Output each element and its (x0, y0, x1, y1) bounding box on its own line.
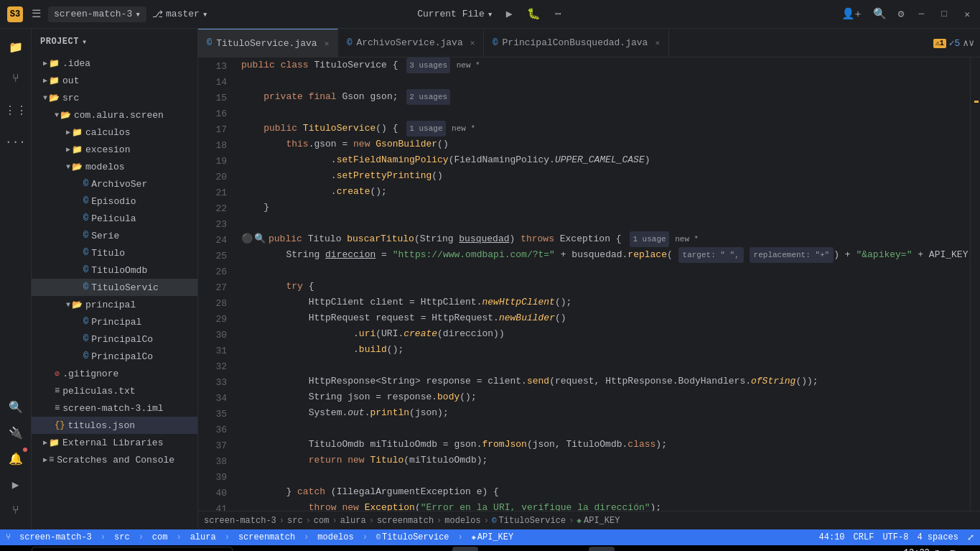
minimize-button[interactable]: ─ (915, 7, 929, 21)
sidebar-item-gitignore[interactable]: ⊘ .gitignore (32, 365, 197, 382)
tab-class-icon: © (207, 38, 212, 48)
breadcrumb-alura[interactable]: alura (340, 516, 366, 526)
sidebar-item-label: excesion (85, 144, 130, 155)
sidebar-item-archivoser[interactable]: © ArchivoSer (32, 175, 197, 193)
taskbar-app2[interactable]: XD (452, 547, 478, 551)
sidebar-item-tituloOmdb[interactable]: © TituloOmdb (32, 261, 197, 279)
code-line-38: return new Titulo(miTituloOmdb); (241, 453, 970, 468)
taskbar-chrome[interactable]: 🌐 (316, 547, 342, 551)
taskbar-app4[interactable]: 💡 (561, 547, 587, 551)
run-button[interactable]: ▶ (505, 6, 514, 22)
nav-down-icon[interactable]: ∨ (969, 37, 974, 49)
sidebar-item-principal[interactable]: ▼ 📂 principal (32, 296, 197, 313)
sidebar-item-pelicula[interactable]: © Pelicula (32, 210, 197, 227)
activity-notifications-icon[interactable]: 🔔 (3, 446, 29, 472)
more-actions-button[interactable]: ⋯ (554, 6, 563, 22)
activity-more-icon[interactable]: ··· (3, 129, 29, 155)
sidebar-item-modelos[interactable]: ▼ 📂 modelos (32, 158, 197, 175)
sidebar-tree[interactable]: ▶ 📁 .idea ▶ 📁 out ▼ 📂 src ▼ 📂 com.alura.… (32, 55, 197, 529)
sidebar-item-excesion[interactable]: ▶ 📁 excesion (32, 141, 197, 158)
main-layout: 📁 ⑂ ⋮⋮ ··· 🔍 🔌 🔔 ▶ ⑂ Project ▾ ▶ 📁 .idea (0, 29, 980, 529)
taskbar-brave[interactable]: 🦁 (343, 547, 369, 551)
sidebar-item-titulo[interactable]: © Titulo (32, 244, 197, 261)
branch-selector[interactable]: ⎇ master ▾ (152, 9, 208, 20)
sidebar-item-label: ArchivoSer (91, 179, 147, 190)
status-expand-icon[interactable]: ⤢ (967, 532, 974, 543)
tabs-bar: © TituloService.java ✕ © ArchivoService.… (198, 29, 980, 57)
taskbar-photoshop[interactable]: Ps (425, 547, 451, 551)
sidebar-item-out[interactable]: ▶ 📁 out (32, 72, 197, 89)
add-account-icon[interactable]: 👤+ (840, 6, 863, 22)
sidebar-item-idea[interactable]: ▶ 📁 .idea (32, 55, 197, 72)
breadcrumb-tituloservice[interactable]: © TituloService (492, 516, 566, 526)
activity-git2-icon[interactable]: ⑂ (3, 498, 29, 524)
settings-icon[interactable]: ⚙ (897, 6, 906, 22)
taskbar-terminal[interactable]: ⊟ (507, 547, 533, 551)
breadcrumb-screenmatch[interactable]: screen-match-3 (204, 516, 276, 526)
hamburger-icon[interactable]: ☰ (30, 6, 42, 22)
sidebar-item-episodio[interactable]: © Episodio (32, 193, 197, 210)
sidebar-item-scratches[interactable]: ▶ ≡ Scratches and Console (32, 451, 197, 468)
breadcrumb-com[interactable]: com (314, 516, 330, 526)
code-line-26 (241, 263, 970, 279)
taskbar-explorer[interactable]: 📁 (289, 547, 314, 551)
class-icon: © (492, 517, 497, 525)
nav-up-icon[interactable]: ∧ (963, 37, 969, 49)
sidebar-item-external-libraries[interactable]: ▶ 📁 External Libraries (32, 434, 197, 451)
activity-plugins-icon[interactable]: 🔌 (3, 420, 29, 446)
activity-run-icon[interactable]: ▶ (3, 472, 29, 498)
taskbar-app1[interactable]: 🎮 (370, 547, 396, 551)
sidebar-item-label: out (62, 75, 79, 86)
sidebar-item-principalco2[interactable]: © PrincipalCo (32, 348, 197, 365)
taskbar-intellij[interactable]: IJ (589, 547, 615, 551)
tab-archivoservice[interactable]: © ArchivoService.java ✕ (338, 29, 484, 57)
status-encoding[interactable]: UTF-8 (882, 532, 908, 542)
title-bar-center: Current File ▾ ▶ 🐛 ⋯ (248, 6, 732, 22)
debug-button[interactable]: 🐛 (526, 6, 542, 22)
status-bar-right: 44:10 CRLF UTF-8 4 spaces ⤢ (819, 532, 974, 543)
code-content[interactable]: public class TituloService { 3 usages ne… (235, 57, 970, 511)
status-indent[interactable]: 4 spaces (917, 532, 958, 542)
tab-close-button[interactable]: ✕ (655, 38, 660, 47)
breadcrumb-apikey[interactable]: ◈ API_KEY (577, 516, 620, 526)
sidebar-item-peliculas[interactable]: ≡ peliculas.txt (32, 382, 197, 399)
maximize-button[interactable]: □ (937, 7, 951, 21)
sidebar-item-src[interactable]: ▼ 📂 src (32, 89, 197, 106)
sidebar-item-titulos-json[interactable]: {} titulos.json (32, 417, 197, 434)
sidebar-item-com-alura[interactable]: ▼ 📂 com.alura.screen (32, 106, 197, 124)
tab-close-button[interactable]: ✕ (470, 38, 475, 47)
taskbar-clock[interactable]: 12:33 p. m. 25/10/2024 (904, 547, 961, 551)
sidebar-item-calculos[interactable]: ▶ 📁 calculos (32, 124, 197, 141)
project-selector[interactable]: screen-match-3 ▾ (48, 6, 146, 22)
taskbar-app3[interactable]: 🔶 (534, 547, 560, 551)
taskbar-edge[interactable]: 🌐 (261, 547, 287, 551)
breadcrumb-src[interactable]: src (287, 516, 303, 526)
breadcrumb-modelos[interactable]: modelos (444, 516, 480, 526)
tab-tituloservice[interactable]: © TituloService.java ✕ (198, 29, 338, 57)
taskbar-taskview[interactable]: ⊞ (234, 547, 260, 551)
tabs-actions[interactable]: ⚠1 ✓5 ∧ ∨ (928, 29, 980, 57)
status-position[interactable]: 44:10 (819, 532, 845, 542)
status-line-ending[interactable]: CRLF (854, 532, 874, 542)
taskbar-illustrator[interactable]: Ai (398, 547, 424, 551)
activity-structure-icon[interactable]: ⋮⋮ (3, 98, 29, 124)
sidebar-item-serie[interactable]: © Serie (32, 227, 197, 244)
breadcrumb-screenmatch2[interactable]: screenmatch (377, 516, 434, 526)
run-target-chevron: ▾ (487, 9, 493, 20)
code-line-32 (241, 358, 970, 374)
run-target-selector[interactable]: Current File ▾ (417, 9, 493, 20)
sidebar-item-principalco1[interactable]: © PrincipalCo (32, 330, 197, 348)
activity-search-icon[interactable]: 🔍 (3, 394, 29, 420)
tab-principalconbusquedad[interactable]: © PrincipalConBusquedad.java ✕ (484, 29, 669, 57)
sidebar-item-principal-class[interactable]: © Principal (32, 313, 197, 330)
taskbar-search[interactable]: 🔍 Search (32, 547, 233, 551)
close-button[interactable]: ✕ (960, 7, 974, 22)
sidebar-item-screenmatch-iml[interactable]: ≡ screen-match-3.iml (32, 399, 197, 417)
search-icon[interactable]: 🔍 (872, 6, 888, 22)
tab-close-button[interactable]: ✕ (325, 39, 330, 48)
activity-project-icon[interactable]: 📁 (3, 34, 29, 60)
activity-git-icon[interactable]: ⑂ (3, 66, 29, 92)
start-button[interactable]: ⊞ (3, 547, 29, 551)
sidebar-item-tituloServic[interactable]: © TituloServic (32, 279, 197, 296)
taskbar-vscode[interactable]: VS (480, 547, 505, 551)
